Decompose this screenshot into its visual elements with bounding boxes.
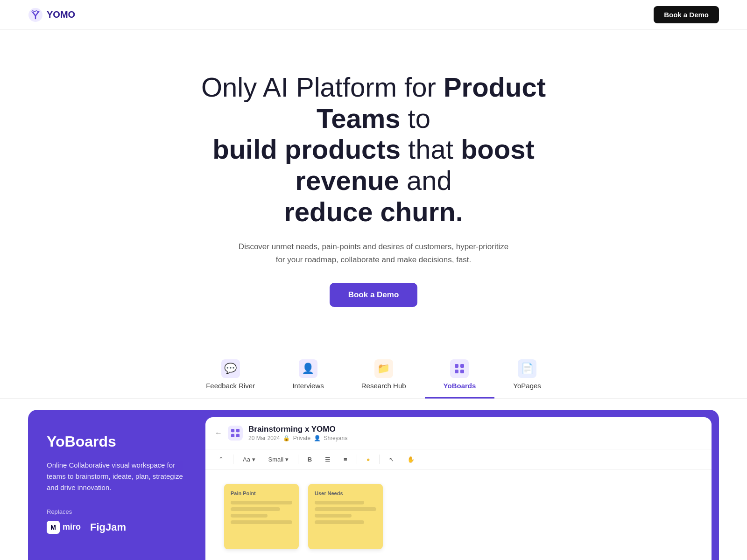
sticky-note-pain-point-lines [231, 501, 292, 524]
yopages-icon: 📄 [518, 359, 536, 378]
note-line [231, 507, 280, 511]
toolbar-divider-2 [298, 455, 298, 464]
feature-tabs: 💬 Feedback River 👤 Interviews 📁 Research… [0, 335, 747, 399]
navbar: YOMO Book a Demo [0, 0, 747, 30]
sticky-note-user-needs: User Needs [308, 484, 383, 549]
tab-research-hub-label: Research Hub [361, 382, 406, 390]
headline-part3: that [401, 134, 461, 164]
toolbar-divider-4 [379, 455, 380, 464]
interviews-icon: 👤 [299, 359, 317, 378]
note-line [315, 501, 364, 504]
replaces-label: Replaces [47, 508, 187, 515]
toolbar-hand-icon[interactable]: ✋ [403, 454, 418, 465]
logo[interactable]: YOMO [28, 7, 75, 22]
feature-description: YoBoards Online Collaborative visual wor… [28, 410, 205, 560]
board-canvas: Pain Point User Needs [205, 470, 712, 560]
headline-bold4: reduce churn. [284, 196, 463, 227]
tabs-container: 💬 Feedback River 👤 Interviews 📁 Research… [163, 354, 584, 398]
headline-part2: to [400, 103, 430, 133]
miro-label: miro [63, 522, 81, 532]
toolbar-font-size[interactable]: Aa ▾ [239, 454, 259, 465]
svg-rect-8 [236, 434, 240, 437]
tab-feedback-river[interactable]: 💬 Feedback River [187, 354, 274, 399]
toolbar-divider-3 [357, 455, 357, 464]
board-author: Shreyans [324, 435, 347, 441]
feedback-river-icon: 💬 [221, 359, 240, 378]
toolbar-color-button[interactable]: ● [363, 454, 374, 465]
note-line [315, 520, 364, 524]
toolbar-list-button[interactable]: ☰ [321, 454, 334, 465]
tab-feedback-river-label: Feedback River [206, 382, 255, 390]
toolbar-size-dropdown[interactable]: Small ▾ [265, 454, 292, 465]
board-title: Brainstorming x YOMO [248, 425, 702, 434]
svg-rect-7 [231, 434, 234, 437]
svg-rect-4 [460, 370, 464, 373]
miro-icon: M [47, 521, 60, 534]
tab-yoboards[interactable]: YoBoards [425, 354, 495, 399]
board-preview: ← Brainstorming x YOMO 20 Mar 2024 🔒 Pr [205, 417, 712, 560]
tab-research-hub[interactable]: 📁 Research Hub [343, 354, 425, 399]
note-line [231, 520, 292, 524]
research-hub-icon: 📁 [374, 359, 393, 378]
board-meta: 20 Mar 2024 🔒 Private 👤 Shreyans [248, 435, 702, 441]
note-line [315, 514, 352, 518]
feature-description-text: Online Collaborative visual workspace fo… [47, 460, 187, 493]
sticky-note-user-needs-lines [315, 501, 376, 524]
tab-yoboards-label: YoBoards [444, 382, 476, 390]
sticky-note-pain-point: Pain Point [224, 484, 299, 549]
note-line [231, 514, 268, 518]
toolbar-align-button[interactable]: ≡ [340, 454, 351, 465]
figjam-label: FigJam [90, 521, 126, 533]
yoboards-icon [450, 359, 469, 378]
hero-subtitle: Discover unmet needs, pain-points and de… [238, 240, 509, 266]
svg-rect-3 [455, 370, 458, 373]
logo-text: YOMO [47, 9, 75, 20]
nav-book-demo-button[interactable]: Book a Demo [654, 6, 719, 23]
sticky-note-pain-point-label: Pain Point [231, 490, 292, 496]
feature-title: YoBoards [47, 433, 187, 450]
toolbar-expand-icon[interactable]: ⌃ [215, 454, 227, 465]
toolbar-divider-1 [233, 455, 233, 464]
note-line [315, 507, 376, 511]
headline-part1: Only AI Platform for [201, 72, 444, 102]
board-avatar-icon [228, 426, 243, 441]
tab-yopages-label: YoPages [513, 382, 541, 390]
headline-part4: and [399, 165, 452, 196]
hero-cta-button[interactable]: Book a Demo [330, 283, 418, 307]
svg-rect-6 [236, 429, 240, 432]
sticky-note-user-needs-label: User Needs [315, 490, 376, 496]
tab-interviews-label: Interviews [292, 382, 324, 390]
svg-rect-5 [231, 429, 234, 432]
board-date: 20 Mar 2024 [248, 435, 280, 441]
hero-section: Only AI Platform for Product Teams to bu… [163, 30, 584, 335]
headline-bold2: build products [212, 134, 401, 164]
board-privacy: Private [293, 435, 310, 441]
tab-yopages[interactable]: 📄 YoPages [494, 354, 560, 399]
svg-rect-2 [460, 364, 464, 368]
replaces-logos: M miro FigJam [47, 521, 187, 534]
yoboards-feature-section: YoBoards Online Collaborative visual wor… [28, 410, 719, 560]
note-line [231, 501, 292, 504]
tab-interviews[interactable]: 👤 Interviews [274, 354, 343, 399]
board-title-block: Brainstorming x YOMO 20 Mar 2024 🔒 Priva… [248, 425, 702, 441]
svg-rect-1 [455, 364, 458, 368]
toolbar-bold-button[interactable]: B [304, 454, 316, 465]
hero-headline: Only AI Platform for Product Teams to bu… [173, 72, 574, 227]
yomo-logo-icon [28, 7, 43, 22]
figjam-logo: FigJam [90, 521, 126, 533]
board-header: ← Brainstorming x YOMO 20 Mar 2024 🔒 Pr [205, 417, 712, 449]
toolbar-cursor-icon[interactable]: ↖ [385, 454, 398, 465]
board-toolbar: ⌃ Aa ▾ Small ▾ B ☰ ≡ ● ↖ ✋ [205, 449, 712, 470]
feature-section-wrapper: YoBoards Online Collaborative visual wor… [0, 399, 747, 560]
miro-logo: M miro [47, 521, 81, 534]
back-arrow-icon[interactable]: ← [215, 429, 222, 437]
